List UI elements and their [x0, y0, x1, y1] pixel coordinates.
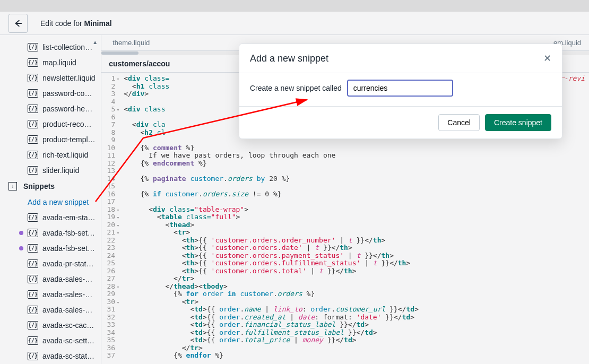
close-icon[interactable]: ✕ — [543, 53, 551, 64]
add-snippet-modal: Add a new snippet ✕ Create a new snippet… — [239, 44, 562, 139]
snippet-name-input[interactable] — [347, 80, 453, 97]
snippet-name-label: Create a new snippet called — [250, 84, 342, 92]
create-snippet-button[interactable]: Create snippet — [485, 114, 551, 131]
cancel-button[interactable]: Cancel — [438, 114, 480, 131]
modal-title: Add a new snippet — [250, 53, 328, 64]
